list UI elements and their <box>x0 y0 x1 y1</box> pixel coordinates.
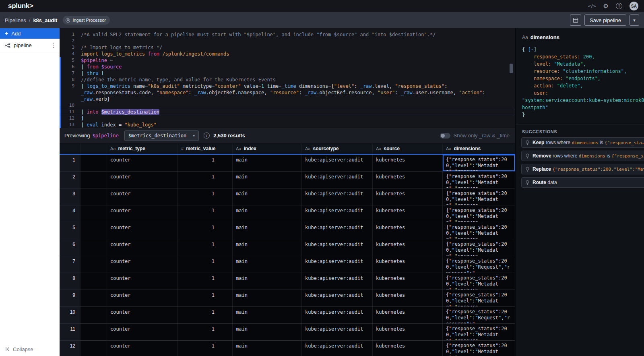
metric-type-cell[interactable]: counter <box>107 172 178 188</box>
source-cell[interactable]: kubernetes <box>373 188 443 205</box>
editor-line[interactable]: 1/*A valid SPL2 statement for a pipeline… <box>60 31 515 38</box>
editor-line[interactable]: 9| logs_to_metrics name="k8s_audit" metr… <box>60 83 515 102</box>
metric-type-cell[interactable]: counter <box>107 188 178 205</box>
editor-line[interactable]: 3/* Import logs_to_metrics */ <box>60 44 515 51</box>
dimensions-cell[interactable]: {"response_status":200,"level":"Metadata… <box>443 273 515 290</box>
table-row[interactable]: 8counter1mainkube:apiserver:auditkuberne… <box>60 273 515 290</box>
column-header[interactable] <box>60 143 80 154</box>
empty-cell[interactable] <box>80 273 107 290</box>
source-cell[interactable]: kubernetes <box>373 324 443 340</box>
editor-line[interactable]: 6| from $source <box>60 64 515 70</box>
index-cell[interactable]: main <box>233 307 302 323</box>
metric-value-cell[interactable]: 1 <box>178 205 233 222</box>
column-header[interactable]: Aaindex <box>233 143 302 154</box>
metric-type-cell[interactable]: counter <box>107 273 178 290</box>
empty-cell[interactable] <box>80 188 107 205</box>
table-row[interactable]: 12counter1mainkube:apiserver:auditkubern… <box>60 341 515 356</box>
suggestion-item[interactable]: Route data+ <box>521 177 644 188</box>
dimensions-cell[interactable]: {"response_status":200,"level":"Request"… <box>443 307 515 323</box>
metric-type-cell[interactable]: counter <box>107 222 178 239</box>
index-cell[interactable]: main <box>233 256 302 273</box>
metric-type-cell[interactable]: counter <box>107 155 178 171</box>
dimensions-cell[interactable]: {"response_status":200,"level":"Metadata… <box>443 155 515 171</box>
table-row[interactable]: 2counter1mainkube:apiserver:auditkuberne… <box>60 172 515 188</box>
editor-scrollbar[interactable] <box>510 64 513 73</box>
index-cell[interactable]: main <box>233 205 302 222</box>
metric-value-cell[interactable]: 1 <box>178 273 233 290</box>
layout-grid-button[interactable] <box>570 14 581 26</box>
editor-line[interactable]: 13| eval index = "kube_logs" <box>60 122 515 128</box>
collapse-sidebar-button[interactable]: Collapse <box>0 342 60 356</box>
source-cell[interactable]: kubernetes <box>373 239 443 256</box>
table-row[interactable]: 5counter1mainkube:apiserver:auditkuberne… <box>60 222 515 239</box>
sourcetype-cell[interactable]: kube:apiserver:audit <box>302 239 373 256</box>
empty-cell[interactable] <box>80 205 107 222</box>
sourcetype-cell[interactable]: kube:apiserver:audit <box>302 172 373 188</box>
help-icon[interactable]: ? <box>616 3 622 9</box>
table-row[interactable]: 10counter1mainkube:apiserver:auditkubern… <box>60 307 515 324</box>
info-icon[interactable]: i <box>204 132 210 139</box>
sourcetype-cell[interactable]: kube:apiserver:audit <box>302 155 373 171</box>
table-row[interactable]: 6counter1mainkube:apiserver:auditkuberne… <box>60 239 515 256</box>
index-cell[interactable]: main <box>233 273 302 290</box>
empty-cell[interactable] <box>80 307 107 323</box>
gear-icon[interactable]: ⚙ <box>603 2 609 10</box>
metric-value-cell[interactable]: 1 <box>178 341 233 356</box>
metric-type-cell[interactable]: counter <box>107 239 178 256</box>
column-header[interactable]: Aasource <box>373 143 443 154</box>
editor-line[interactable]: 8//define the metric name, type, and val… <box>60 77 515 83</box>
add-button[interactable]: + Add <box>0 28 60 39</box>
dimensions-cell[interactable]: {"response_status":200,"level":"Metadata… <box>443 290 515 306</box>
sourcetype-cell[interactable]: kube:apiserver:audit <box>302 273 373 290</box>
index-cell[interactable]: main <box>233 188 302 205</box>
index-cell[interactable]: main <box>233 341 302 356</box>
empty-cell[interactable] <box>80 172 107 188</box>
suggestion-item[interactable]: Remove rows where dimensions is {"respon… <box>521 151 644 161</box>
dimensions-cell[interactable]: {"response_status":200,"level":"Metadata… <box>443 172 515 188</box>
sourcetype-cell[interactable]: kube:apiserver:audit <box>302 222 373 239</box>
kebab-menu-icon[interactable]: ⋮ <box>51 42 56 49</box>
column-header[interactable] <box>80 143 107 154</box>
metric-value-cell[interactable]: 1 <box>178 307 233 323</box>
column-header[interactable]: #metric_value <box>178 143 233 154</box>
sourcetype-cell[interactable]: kube:apiserver:audit <box>302 290 373 306</box>
breadcrumb-pipelines[interactable]: Pipelines <box>5 17 26 23</box>
metric-value-cell[interactable]: 1 <box>178 290 233 306</box>
dimensions-cell[interactable]: {"response_status":200,"level":"Metadata… <box>443 239 515 256</box>
empty-cell[interactable] <box>80 256 107 273</box>
empty-cell[interactable] <box>80 239 107 256</box>
suggestion-item[interactable]: Replace {"response_status":200,"level":"… <box>521 164 644 174</box>
source-cell[interactable]: kubernetes <box>373 155 443 171</box>
empty-cell[interactable] <box>80 222 107 239</box>
table-row[interactable]: 4counter1mainkube:apiserver:auditkuberne… <box>60 205 515 222</box>
metric-type-cell[interactable]: counter <box>107 290 178 306</box>
dimensions-cell[interactable]: {"response_status":200,"level":"Metadata… <box>443 341 515 356</box>
table-row[interactable]: 1counter1mainkube:apiserver:auditkuberne… <box>60 155 515 172</box>
more-options-button[interactable]: ▾ <box>630 14 639 26</box>
source-cell[interactable]: kubernetes <box>373 222 443 239</box>
metric-type-cell[interactable]: counter <box>107 324 178 340</box>
index-cell[interactable]: main <box>233 290 302 306</box>
metric-value-cell[interactable]: 1 <box>178 239 233 256</box>
dimensions-cell[interactable]: {"response_status":200,"level":"Metadata… <box>443 205 515 222</box>
dimensions-cell[interactable]: {"response_status":200,"level":"Request"… <box>443 256 515 273</box>
index-cell[interactable]: main <box>233 172 302 188</box>
index-cell[interactable]: main <box>233 239 302 256</box>
sourcetype-cell[interactable]: kube:apiserver:audit <box>302 341 373 356</box>
column-header[interactable]: Aasourcetype <box>302 143 373 154</box>
empty-cell[interactable] <box>80 324 107 340</box>
index-cell[interactable]: main <box>233 324 302 340</box>
metric-type-cell[interactable]: counter <box>107 341 178 356</box>
editor-line[interactable]: 2 <box>60 38 515 44</box>
editor-line[interactable]: 7| thru [ <box>60 70 515 77</box>
metric-value-cell[interactable]: 1 <box>178 324 233 340</box>
sourcetype-cell[interactable]: kube:apiserver:audit <box>302 188 373 205</box>
source-cell[interactable]: kubernetes <box>373 273 443 290</box>
empty-cell[interactable] <box>80 290 107 306</box>
table-row[interactable]: 11counter1mainkube:apiserver:auditkubern… <box>60 324 515 341</box>
destination-dropdown[interactable]: $metrics_destination ▾ <box>124 130 199 141</box>
index-cell[interactable]: main <box>233 155 302 171</box>
dimensions-cell[interactable]: {"response_status":200,"level":"Metadata… <box>443 188 515 205</box>
metric-type-cell[interactable]: counter <box>107 205 178 222</box>
sidebar-item-pipeline[interactable]: pipeline ⋮ <box>0 39 60 52</box>
